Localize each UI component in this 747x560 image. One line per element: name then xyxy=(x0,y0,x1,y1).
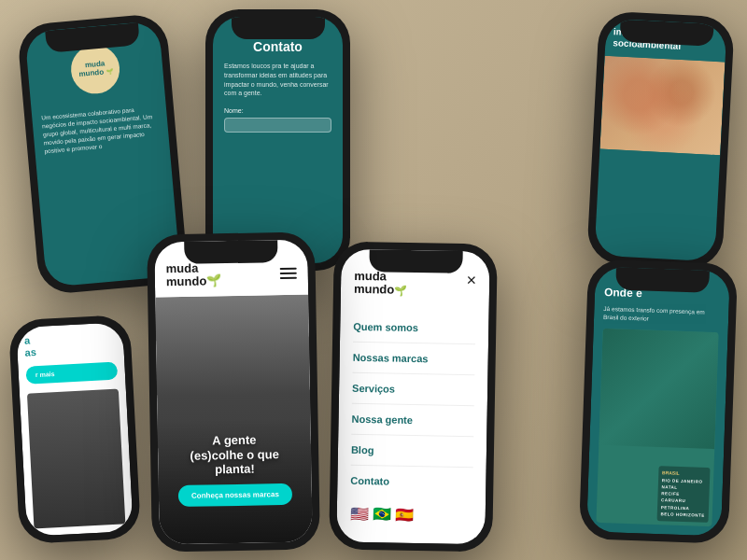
phone-1-logo-circle: muda mundo 🌱 xyxy=(69,43,121,95)
phone-2-body: Estamos loucos pra te ajudar a transform… xyxy=(224,62,331,98)
menu-item-nossa-gente[interactable]: Nossa gente xyxy=(351,403,474,436)
phone-4-teal-text: a as xyxy=(24,330,117,359)
phone-1-body: Um ecossistema colaborativo para negócio… xyxy=(41,104,160,156)
phone-2-title: Contato xyxy=(224,39,331,54)
menu-item-servicos[interactable]: Serviços xyxy=(352,372,475,405)
phone-7-content: Onde e Já estamos transfo com presença e… xyxy=(586,267,730,537)
phone-2-nome-input[interactable] xyxy=(224,118,331,133)
phone-5-logo: muda mundo🌱 xyxy=(166,261,222,289)
phone-5-hero: A gente (es)colhe o que planta! Conheça … xyxy=(155,294,313,544)
menu-item-nossas-marcas[interactable]: Nossas marcas xyxy=(352,342,475,374)
menu-item-contato[interactable]: Contato xyxy=(350,465,473,497)
phone-4-button[interactable]: r mais xyxy=(25,362,118,385)
close-icon[interactable]: × xyxy=(467,272,477,288)
phone-6-header: muda mundo🌱 × xyxy=(354,270,476,299)
phone-7-brazil-label: BRASIL xyxy=(662,469,706,477)
phone-5-notch xyxy=(184,240,277,264)
hamburger-menu-icon[interactable] xyxy=(280,268,297,279)
phone-7-map-bg xyxy=(599,329,718,449)
phone-3: imp socioambiental xyxy=(586,10,735,269)
phone-6: muda mundo🌱 × Quem somos Nossas marcas S… xyxy=(329,241,498,552)
phone-1-logo-text: muda mundo 🌱 xyxy=(78,60,112,79)
phone-7-map: BRASIL RIO DE JANEIRO NATAL RECIFE CARUA… xyxy=(596,329,718,526)
phone-6-notch xyxy=(369,249,462,273)
phone-6-menu: Quem somos Nossas marcas Serviços Nossa … xyxy=(350,311,475,497)
phone-5: muda mundo🌱 A gente xyxy=(147,231,320,552)
phone-5-cta-button[interactable]: Conheça nossas marcas xyxy=(178,483,292,507)
phone-3-people xyxy=(599,56,725,156)
phone-2: Contato Estamos loucos pra te ajudar a t… xyxy=(205,9,350,271)
phone-2-nome-label: Nome: xyxy=(224,107,331,114)
menu-item-blog[interactable]: Blog xyxy=(351,434,474,467)
phone-4-face xyxy=(27,389,125,529)
flag-br[interactable]: 🇧🇷 xyxy=(373,505,391,523)
phone-7-city-bh: BELO HORIZONTE xyxy=(660,511,704,519)
phone-5-content: muda mundo🌱 A gente xyxy=(154,240,313,545)
phone-6-screen: muda mundo🌱 × Quem somos Nossas marcas S… xyxy=(336,249,489,545)
phone-7-body: Já estamos transfo com presença em Brasi… xyxy=(603,304,720,326)
phone-2-screen: Contato Estamos loucos pra te ajudar a t… xyxy=(213,17,343,263)
phone-3-content: imp socioambiental xyxy=(594,19,726,261)
phone-2-notch xyxy=(232,17,325,39)
phone-2-content: Contato Estamos loucos pra te ajudar a t… xyxy=(213,17,343,263)
phone-5-hero-bg xyxy=(155,294,313,544)
phone-4-content: a as r mais xyxy=(16,322,134,537)
phone-7-screen: Onde e Já estamos transfo com presença e… xyxy=(586,267,730,537)
phone-4: a as r mais xyxy=(8,315,141,544)
phone-3-screen: imp socioambiental xyxy=(594,19,726,261)
phone-5-hero-text: A gente (es)colhe o que planta! Conheça … xyxy=(158,432,312,508)
phone-7-notch xyxy=(615,267,710,292)
phone-3-image xyxy=(599,56,725,156)
phone-7-cities: BRASIL RIO DE JANEIRO NATAL RECIFE CARUA… xyxy=(656,466,710,523)
flag-us[interactable]: 🇺🇸 xyxy=(350,504,369,522)
menu-item-quem-somos[interactable]: Quem somos xyxy=(353,311,476,343)
scene: muda mundo 🌱 Um ecossistema colaborativo… xyxy=(0,0,747,560)
phone-5-screen: muda mundo🌱 A gente xyxy=(154,240,313,545)
phone-7: Onde e Já estamos transfo com presença e… xyxy=(579,259,738,543)
phone-6-content: muda mundo🌱 × Quem somos Nossas marcas S… xyxy=(336,249,489,545)
language-flags: 🇺🇸 🇧🇷 🇪🇸 xyxy=(350,504,472,524)
phone-5-hero-title: A gente (es)colhe o que planta! xyxy=(167,432,303,478)
phone-4-screen: a as r mais xyxy=(16,322,134,537)
phone-6-logo: muda mundo🌱 xyxy=(354,270,408,298)
flag-es[interactable]: 🇪🇸 xyxy=(395,505,414,523)
